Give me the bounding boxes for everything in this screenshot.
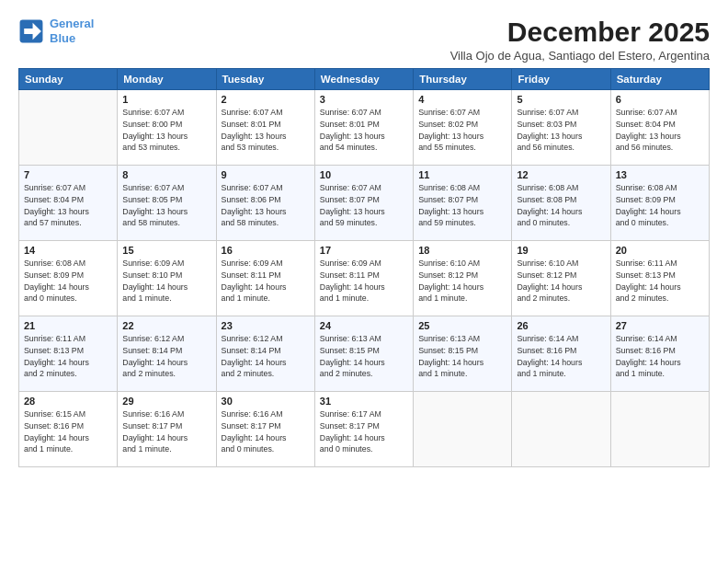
day-number: 4 [418, 94, 506, 105]
day-number: 1 [122, 94, 210, 105]
day-info: Sunrise: 6:08 AMSunset: 8:09 PMDaylight:… [24, 258, 112, 304]
logo-text: General Blue [50, 17, 94, 45]
day-number: 29 [122, 396, 210, 407]
calendar-day-cell: 2Sunrise: 6:07 AMSunset: 8:01 PMDaylight… [216, 90, 314, 166]
day-info: Sunrise: 6:12 AMSunset: 8:14 PMDaylight:… [122, 333, 210, 380]
day-info: Sunrise: 6:17 AMSunset: 8:17 PMDaylight:… [320, 408, 408, 455]
calendar-day-cell: 21Sunrise: 6:11 AMSunset: 8:13 PMDayligh… [19, 316, 118, 392]
calendar-day-cell: 31Sunrise: 6:17 AMSunset: 8:17 PMDayligh… [314, 392, 413, 467]
day-info: Sunrise: 6:07 AMSunset: 8:01 PMDaylight:… [320, 107, 408, 154]
calendar-week-row: 28Sunrise: 6:15 AMSunset: 8:16 PMDayligh… [19, 392, 710, 467]
calendar-day-cell: 20Sunrise: 6:11 AMSunset: 8:13 PMDayligh… [610, 241, 709, 316]
day-info: Sunrise: 6:12 AMSunset: 8:14 PMDaylight:… [222, 333, 310, 380]
day-number: 13 [616, 169, 704, 180]
weekday-header-sunday: Sunday [19, 69, 118, 90]
day-number: 22 [122, 320, 210, 331]
day-info: Sunrise: 6:09 AMSunset: 8:11 PMDaylight:… [320, 258, 408, 304]
day-number: 19 [517, 245, 605, 256]
calendar-day-cell: 7Sunrise: 6:07 AMSunset: 8:04 PMDaylight… [19, 166, 118, 241]
calendar-day-cell: 16Sunrise: 6:09 AMSunset: 8:11 PMDayligh… [216, 241, 314, 316]
calendar-day-cell: 4Sunrise: 6:07 AMSunset: 8:02 PMDaylight… [414, 90, 512, 166]
day-number: 27 [616, 320, 704, 331]
day-info: Sunrise: 6:07 AMSunset: 8:07 PMDaylight:… [320, 182, 408, 229]
calendar-day-cell [414, 392, 512, 467]
calendar-day-cell: 9Sunrise: 6:07 AMSunset: 8:06 PMDaylight… [216, 166, 314, 241]
calendar-day-cell: 12Sunrise: 6:08 AMSunset: 8:08 PMDayligh… [512, 166, 610, 241]
day-info: Sunrise: 6:08 AMSunset: 8:09 PMDaylight:… [616, 182, 704, 229]
page: General Blue December 2025 Villa Ojo de … [0, 0, 728, 563]
calendar-table: SundayMondayTuesdayWednesdayThursdayFrid… [18, 68, 710, 467]
calendar-day-cell [512, 392, 610, 467]
calendar-day-cell: 19Sunrise: 6:10 AMSunset: 8:12 PMDayligh… [512, 241, 610, 316]
day-info: Sunrise: 6:07 AMSunset: 8:05 PMDaylight:… [122, 182, 210, 229]
day-info: Sunrise: 6:08 AMSunset: 8:07 PMDaylight:… [418, 182, 506, 229]
calendar-week-row: 21Sunrise: 6:11 AMSunset: 8:13 PMDayligh… [19, 316, 710, 392]
calendar-week-row: 1Sunrise: 6:07 AMSunset: 8:00 PMDaylight… [19, 90, 710, 166]
main-title: December 2025 [450, 17, 710, 47]
day-number: 16 [222, 245, 310, 256]
day-info: Sunrise: 6:07 AMSunset: 8:04 PMDaylight:… [24, 182, 112, 229]
day-number: 20 [616, 245, 704, 256]
calendar-day-cell: 13Sunrise: 6:08 AMSunset: 8:09 PMDayligh… [610, 166, 709, 241]
day-number: 9 [222, 169, 310, 180]
weekday-header-tuesday: Tuesday [216, 69, 314, 90]
day-info: Sunrise: 6:07 AMSunset: 8:02 PMDaylight:… [418, 107, 506, 154]
weekday-header-saturday: Saturday [610, 69, 709, 90]
calendar-day-cell: 26Sunrise: 6:14 AMSunset: 8:16 PMDayligh… [512, 316, 610, 392]
day-number: 21 [24, 320, 112, 331]
calendar-day-cell: 28Sunrise: 6:15 AMSunset: 8:16 PMDayligh… [19, 392, 118, 467]
calendar-day-cell: 27Sunrise: 6:14 AMSunset: 8:16 PMDayligh… [610, 316, 709, 392]
logo-line1: General [50, 17, 94, 30]
weekday-header-thursday: Thursday [414, 69, 512, 90]
logo-icon [18, 18, 44, 44]
day-info: Sunrise: 6:13 AMSunset: 8:15 PMDaylight:… [418, 333, 506, 380]
day-info: Sunrise: 6:13 AMSunset: 8:15 PMDaylight:… [320, 333, 408, 380]
weekday-header-row: SundayMondayTuesdayWednesdayThursdayFrid… [19, 69, 710, 90]
day-number: 17 [320, 245, 408, 256]
calendar-day-cell: 18Sunrise: 6:10 AMSunset: 8:12 PMDayligh… [414, 241, 512, 316]
day-info: Sunrise: 6:10 AMSunset: 8:12 PMDaylight:… [418, 258, 506, 304]
subtitle: Villa Ojo de Agua, Santiago del Estero, … [450, 49, 710, 63]
day-info: Sunrise: 6:10 AMSunset: 8:12 PMDaylight:… [517, 258, 605, 304]
day-number: 8 [122, 169, 210, 180]
day-info: Sunrise: 6:14 AMSunset: 8:16 PMDaylight:… [616, 333, 704, 380]
day-info: Sunrise: 6:08 AMSunset: 8:08 PMDaylight:… [517, 182, 605, 229]
day-number: 5 [517, 94, 605, 105]
day-info: Sunrise: 6:14 AMSunset: 8:16 PMDaylight:… [517, 333, 605, 380]
day-number: 31 [320, 396, 408, 407]
day-number: 14 [24, 245, 112, 256]
day-number: 25 [418, 320, 506, 331]
weekday-header-friday: Friday [512, 69, 610, 90]
day-number: 6 [616, 94, 704, 105]
logo-line2: Blue [50, 31, 75, 45]
calendar-day-cell: 5Sunrise: 6:07 AMSunset: 8:03 PMDaylight… [512, 90, 610, 166]
day-info: Sunrise: 6:11 AMSunset: 8:13 PMDaylight:… [24, 333, 112, 380]
day-number: 11 [418, 169, 506, 180]
day-info: Sunrise: 6:15 AMSunset: 8:16 PMDaylight:… [24, 408, 112, 455]
day-info: Sunrise: 6:07 AMSunset: 8:01 PMDaylight:… [222, 107, 310, 154]
logo: General Blue [18, 17, 94, 45]
day-info: Sunrise: 6:09 AMSunset: 8:10 PMDaylight:… [122, 258, 210, 304]
day-info: Sunrise: 6:07 AMSunset: 8:03 PMDaylight:… [517, 107, 605, 154]
day-info: Sunrise: 6:16 AMSunset: 8:17 PMDaylight:… [222, 408, 310, 455]
calendar-day-cell: 14Sunrise: 6:08 AMSunset: 8:09 PMDayligh… [19, 241, 118, 316]
day-info: Sunrise: 6:09 AMSunset: 8:11 PMDaylight:… [222, 258, 310, 304]
day-number: 18 [418, 245, 506, 256]
calendar-day-cell: 8Sunrise: 6:07 AMSunset: 8:05 PMDaylight… [118, 166, 216, 241]
calendar-day-cell: 29Sunrise: 6:16 AMSunset: 8:17 PMDayligh… [118, 392, 216, 467]
calendar-week-row: 7Sunrise: 6:07 AMSunset: 8:04 PMDaylight… [19, 166, 710, 241]
calendar-day-cell: 6Sunrise: 6:07 AMSunset: 8:04 PMDaylight… [610, 90, 709, 166]
calendar-day-cell [19, 90, 118, 166]
day-number: 10 [320, 169, 408, 180]
calendar-day-cell: 15Sunrise: 6:09 AMSunset: 8:10 PMDayligh… [118, 241, 216, 316]
day-number: 2 [222, 94, 310, 105]
weekday-header-monday: Monday [118, 69, 216, 90]
day-number: 12 [517, 169, 605, 180]
calendar-day-cell: 10Sunrise: 6:07 AMSunset: 8:07 PMDayligh… [314, 166, 413, 241]
day-number: 24 [320, 320, 408, 331]
calendar-day-cell: 11Sunrise: 6:08 AMSunset: 8:07 PMDayligh… [414, 166, 512, 241]
day-number: 3 [320, 94, 408, 105]
calendar-day-cell [610, 392, 709, 467]
day-number: 26 [517, 320, 605, 331]
calendar-day-cell: 23Sunrise: 6:12 AMSunset: 8:14 PMDayligh… [216, 316, 314, 392]
